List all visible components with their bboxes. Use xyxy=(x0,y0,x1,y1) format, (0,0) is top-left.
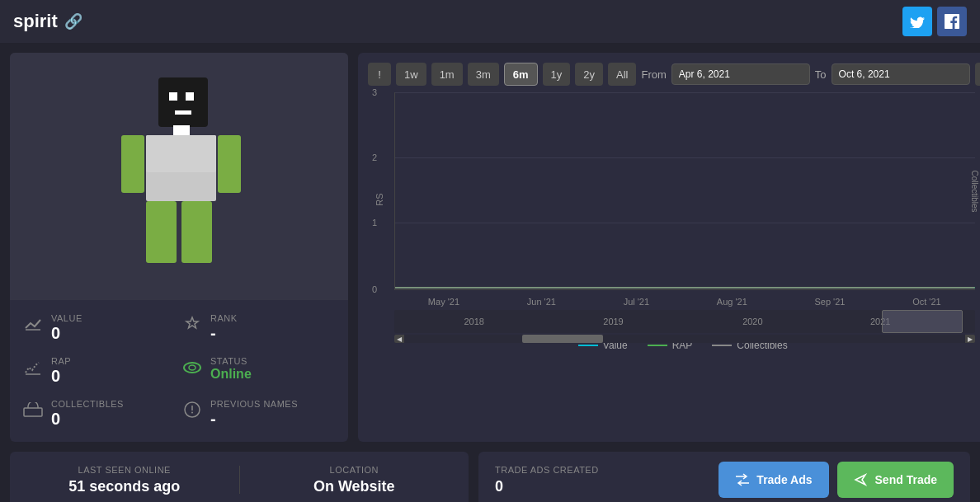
chart-plot: RS 3 2 1 0 Collectibles xyxy=(368,92,980,307)
location-value: On Website xyxy=(313,478,395,495)
location-label: Location xyxy=(330,465,379,475)
twitter-button[interactable] xyxy=(902,7,932,36)
timeline-2020: 2020 xyxy=(742,317,762,326)
send-trade-icon xyxy=(854,473,869,486)
last-seen-label: Last Seen Online xyxy=(78,465,171,475)
x-label-jun: Jun '21 xyxy=(527,297,556,307)
chart-area: RS 3 2 1 0 Collectibles xyxy=(368,92,980,432)
trade-ads-section: Trade Ads Created 0 xyxy=(495,465,705,495)
value-icon xyxy=(23,315,43,338)
collectibles-label: Collectibles xyxy=(51,399,124,409)
from-date-input[interactable] xyxy=(671,63,810,85)
prev-names-value: - xyxy=(210,409,298,429)
x-label-may: May '21 xyxy=(428,297,459,307)
avatar-container xyxy=(10,53,348,300)
right-panel: ! 1w 1m 3m 6m 1y 2y All From To ≡ RS xyxy=(358,53,980,442)
timeline-selection[interactable] xyxy=(882,310,963,333)
timeline-2018: 2018 xyxy=(464,317,483,326)
x-axis-labels: May '21 Jun '21 Jul '21 Aug '21 Sep '21 … xyxy=(394,297,975,307)
status-value: Online xyxy=(210,366,252,382)
status-label: Status xyxy=(210,356,252,366)
date-range: From To xyxy=(641,63,969,85)
left-panel: Value 0 Rank - xyxy=(10,53,348,442)
trade-ads-icon xyxy=(735,473,750,486)
trade-ads-button[interactable]: Trade Ads xyxy=(719,462,828,498)
value-number: 0 xyxy=(51,323,82,343)
chart-info-button[interactable]: ! xyxy=(368,63,391,86)
time-2y-button[interactable]: 2y xyxy=(575,63,603,86)
scroll-right-arrow[interactable]: ▶ xyxy=(965,335,975,343)
svg-rect-8 xyxy=(146,201,177,263)
rank-label: Rank xyxy=(210,313,238,323)
rap-label: RAP xyxy=(51,356,71,366)
from-label: From xyxy=(641,68,666,81)
y-tick-0: 0 xyxy=(372,284,377,294)
x-label-aug: Aug '21 xyxy=(717,297,747,307)
stat-prev-names-content: Previous Names - xyxy=(210,399,298,429)
logo-area: spirit 🔗 xyxy=(13,11,82,32)
facebook-button[interactable] xyxy=(937,7,967,36)
stat-rap-item: RAP 0 xyxy=(23,356,176,386)
last-seen-stat: Last Seen Online 51 seconds ago xyxy=(10,452,239,502)
collectibles-icon xyxy=(23,401,43,422)
trade-action-buttons: Trade Ads Send Trade xyxy=(719,462,954,498)
time-1m-button[interactable]: 1m xyxy=(431,63,463,86)
stat-status-item: Status Online xyxy=(182,356,335,386)
timeline-bar: 2018 2019 2020 2021 xyxy=(394,310,975,333)
svg-rect-4 xyxy=(173,125,190,135)
time-6m-button[interactable]: 6m xyxy=(504,63,538,86)
stat-value-content: Value 0 xyxy=(51,313,82,343)
time-3m-button[interactable]: 3m xyxy=(468,63,499,86)
svg-rect-6 xyxy=(121,135,144,193)
y-tick-1: 1 xyxy=(372,218,377,228)
y-axis-label: RS xyxy=(375,193,384,205)
svg-rect-9 xyxy=(181,201,212,263)
send-trade-button[interactable]: Send Trade xyxy=(837,462,954,498)
scroll-thumb[interactable] xyxy=(522,335,603,343)
social-buttons xyxy=(902,7,967,36)
to-date-input[interactable] xyxy=(832,63,970,85)
svg-rect-3 xyxy=(175,110,191,115)
avatar-svg xyxy=(113,69,245,284)
link-icon: 🔗 xyxy=(64,12,82,30)
y-tick-2: 2 xyxy=(372,152,377,162)
stat-rap-content: RAP 0 xyxy=(51,356,71,386)
chart-controls: ! 1w 1m 3m 6m 1y 2y All From To ≡ xyxy=(368,63,980,86)
x-label-oct: Oct '21 xyxy=(912,297,941,307)
stat-collectibles-content: Collectibles 0 xyxy=(51,399,124,429)
x-label-jul: Jul '21 xyxy=(624,297,649,307)
stat-prev-names-item: Previous Names - xyxy=(182,399,335,429)
value-label: Value xyxy=(51,313,82,323)
stats-grid: Value 0 Rank - xyxy=(10,300,348,442)
rap-number: 0 xyxy=(51,366,71,386)
stat-rank-content: Rank - xyxy=(210,313,238,343)
prev-names-icon xyxy=(182,401,202,424)
legend-collectibles-line xyxy=(712,345,732,346)
chart-scrollbar[interactable]: ◀ ▶ xyxy=(394,335,975,343)
svg-point-13 xyxy=(184,363,200,373)
prev-names-label: Previous Names xyxy=(210,399,298,409)
scroll-left-arrow[interactable]: ◀ xyxy=(394,335,404,343)
rank-icon xyxy=(182,315,202,338)
time-1y-button[interactable]: 1y xyxy=(543,63,571,86)
location-stat: Location On Website xyxy=(240,452,469,502)
bottom-bar: Last Seen Online 51 seconds ago Location… xyxy=(0,452,980,502)
main-content: Value 0 Rank - xyxy=(0,43,980,452)
header: spirit 🔗 xyxy=(0,0,980,43)
trade-ads-count: 0 xyxy=(495,478,503,495)
rap-icon xyxy=(23,358,43,381)
svg-rect-10 xyxy=(146,135,216,172)
chart-menu-button[interactable]: ≡ xyxy=(975,63,980,86)
stat-collectibles-item: Collectibles 0 xyxy=(23,399,176,429)
stat-value-item: Value 0 xyxy=(23,313,176,343)
last-seen-value: 51 seconds ago xyxy=(68,478,180,495)
timeline-container: 2018 2019 2020 2021 ◀ ▶ xyxy=(394,310,975,340)
bottom-right-panel: Trade Ads Created 0 Trade Ads Send Trade xyxy=(478,452,970,502)
collectibles-number: 0 xyxy=(51,409,124,429)
time-1w-button[interactable]: 1w xyxy=(396,63,426,86)
legend-rap-line xyxy=(648,345,667,346)
chart-lines-svg xyxy=(395,92,975,289)
time-all-button[interactable]: All xyxy=(608,63,636,86)
chart-plot-area: 3 2 1 0 Collectibles xyxy=(394,92,975,290)
svg-rect-1 xyxy=(169,92,177,101)
